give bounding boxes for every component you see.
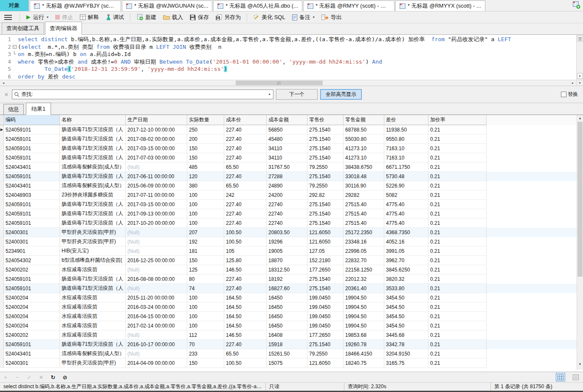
table-cell[interactable]: 100 — [187, 321, 224, 330]
table-cell[interactable]: 3204.9150 — [384, 349, 428, 358]
table-cell[interactable]: 0.21 — [428, 209, 487, 218]
table-cell[interactable]: 3454.50 — [384, 321, 428, 330]
tab-result1[interactable]: 结果1 — [26, 103, 51, 115]
table-cell[interactable]: 3962.70 — [384, 256, 428, 265]
fold-marker[interactable]: − — [11, 43, 18, 51]
table-cell[interactable]: 207 — [187, 228, 224, 237]
table-cell[interactable]: 水痘减毒活疫苗 — [60, 265, 126, 274]
table-cell[interactable]: 2017-03-15 00:00:00 — [126, 144, 187, 153]
table-cell[interactable]: 524059101 — [4, 153, 60, 162]
table-cell[interactable]: 80 — [187, 274, 224, 284]
save-as-button[interactable]: 另存为 — [213, 12, 243, 22]
tab-objects[interactable]: 对象 — [0, 0, 29, 11]
table-cell[interactable]: 肠道病毒71型灭活疫苗（人 — [60, 274, 126, 284]
table-cell[interactable]: 100 — [187, 209, 224, 218]
table-cell[interactable]: 79.2550 — [307, 349, 344, 358]
table-row[interactable]: 524059101肠道病毒71型灭活疫苗（人2017-09-13 00:00:0… — [0, 209, 583, 218]
table-cell[interactable]: 2014-04-09 00:00:00 — [126, 358, 187, 368]
table-row[interactable]: 52404890323价肺炎球菌多糖疫苗2017-07-11 00:00:001… — [0, 190, 583, 200]
table-cell[interactable]: 227.40 — [224, 209, 267, 218]
query-tab[interactable]: * 无标题 @RMYYX (scott) - ... — [395, 0, 485, 11]
table-cell[interactable]: 100 — [187, 312, 224, 321]
table-cell[interactable]: 524043401 — [4, 349, 60, 358]
table-cell[interactable]: 0.21 — [428, 340, 487, 349]
table-cell[interactable]: 150 — [187, 153, 224, 162]
table-cell[interactable]: 2017-08-02 00:00:00 — [126, 134, 187, 144]
table-cell[interactable]: 19904.50 — [344, 293, 384, 302]
add-record-icon[interactable]: ＋ — [3, 373, 8, 381]
editor-hscrollbar[interactable]: ◂ ▸ ▾ — [0, 80, 583, 86]
table-cell[interactable]: 肠道病毒71型灭活疫苗（人 — [60, 134, 126, 144]
table-cell[interactable]: 2017-02-14 00:00:00 — [126, 321, 187, 330]
table-cell[interactable]: 18466.4150 — [344, 349, 384, 358]
table-cell[interactable]: 192 — [187, 237, 224, 246]
table-cell[interactable]: 30116.90 — [344, 181, 384, 190]
table-cell[interactable]: 2017-12-10 00:00:00 — [126, 125, 187, 134]
column-header[interactable]: 差价 — [384, 115, 428, 125]
table-cell[interactable]: 0.21 — [428, 237, 487, 246]
table-cell[interactable]: 19904.50 — [344, 321, 384, 330]
table-cell[interactable]: 100.50 — [224, 228, 267, 237]
table-cell[interactable]: 227.40 — [224, 340, 267, 349]
table-cell[interactable]: 18192 — [267, 274, 307, 284]
table-cell[interactable]: 227.40 — [224, 153, 267, 162]
grid-vscrollbar[interactable]: ▲ ▼ — [577, 115, 583, 370]
table-row[interactable]: 524059101肠道病毒71型灭活疫苗（人2016-08-08 00:00:0… — [0, 274, 583, 284]
explain-button[interactable]: 解释 — [77, 12, 101, 22]
table-cell[interactable]: 524059101 — [4, 284, 60, 293]
table-cell[interactable]: 121.6050 — [307, 358, 344, 368]
table-cell[interactable]: 31767.50 — [267, 162, 307, 172]
table-cell[interactable]: 3820.32 — [384, 274, 428, 284]
table-row[interactable]: 5234901HIB(安儿宝)(Null)18110519005127.0522… — [0, 246, 583, 256]
table-cell[interactable]: 164.50 — [224, 321, 267, 330]
table-cell[interactable]: 100 — [187, 190, 224, 200]
table-cell[interactable]: 0.21 — [428, 256, 487, 265]
table-cell[interactable]: 22740 — [267, 218, 307, 228]
table-cell[interactable]: 125.80 — [224, 256, 267, 265]
table-cell[interactable]: 100 — [187, 293, 224, 302]
sql-line[interactable]: 4where 零售价>成本价 and 成本价!=0 AND 审核日期 Betwe… — [0, 58, 576, 66]
editor-scrollbar[interactable]: ▾ — [576, 35, 583, 80]
table-cell[interactable]: 23价肺炎球菌多糖疫苗 — [60, 190, 126, 200]
table-cell[interactable]: (Null) — [126, 284, 187, 293]
column-header[interactable]: 名称 — [60, 115, 126, 125]
table-row[interactable]: 524059101肠道病毒71型灭活疫苗（人2017-03-15 00:00:0… — [0, 144, 583, 153]
table-cell[interactable]: 3342.78 — [384, 340, 428, 349]
tab-info[interactable]: 信息 — [3, 104, 24, 115]
table-cell[interactable]: 4368.7350 — [384, 228, 428, 237]
table-cell[interactable]: 125 — [187, 265, 224, 274]
table-cell[interactable]: 3454.50 — [384, 293, 428, 302]
table-cell[interactable]: 524048903 — [4, 190, 60, 200]
table-cell[interactable]: 275.1540 — [307, 340, 344, 349]
table-cell[interactable]: 121.6050 — [307, 228, 344, 237]
save-button[interactable]: 保存 — [187, 12, 211, 22]
table-cell[interactable]: 2016-10-17 00:00:00 — [126, 340, 187, 349]
table-cell[interactable]: 0.21 — [428, 134, 487, 144]
table-cell[interactable]: 19260.78 — [344, 340, 384, 349]
find-input[interactable]: 查找: ▾ — [12, 90, 273, 99]
table-cell[interactable]: 24890 — [267, 181, 307, 190]
table-row[interactable]: 524059101肠道病毒71型灭活疫苗（人2017-03-15 00:00:0… — [0, 200, 583, 209]
table-cell[interactable]: 肠道病毒71型灭活疫苗（人 — [60, 172, 126, 181]
load-button[interactable]: 载入 — [161, 12, 186, 22]
table-cell[interactable]: 0.21 — [428, 181, 487, 190]
run-button[interactable]: 运行 ▾ — [23, 12, 51, 22]
table-cell[interactable]: 肠道病毒71型灭活疫苗（人 — [60, 153, 126, 162]
table-cell[interactable]: 0.21 — [428, 349, 487, 358]
table-cell[interactable]: 甲型肝炎灭活疫苗(甲肝) — [60, 228, 126, 237]
fold-marker[interactable]: └ — [11, 50, 18, 58]
table-cell[interactable]: 22832.70 — [344, 256, 384, 265]
table-cell[interactable]: 65.50 — [224, 181, 267, 190]
table-cell[interactable]: 18870 — [267, 256, 307, 265]
table-cell[interactable]: 22012.32 — [344, 274, 384, 284]
table-cell[interactable]: (Null) — [126, 330, 187, 340]
run-dropdown-icon[interactable]: ▾ — [47, 15, 48, 19]
table-row[interactable]: 52400204水痘减毒活疫苗2015-11-20 00:00:00100164… — [0, 293, 583, 302]
table-cell[interactable]: 199.0450 — [307, 293, 344, 302]
table-cell[interactable]: 524043401 — [4, 162, 60, 172]
table-cell[interactable]: 45480 — [267, 134, 307, 144]
table-row[interactable]: 52400202水痘减毒活疫苗(Null)125146.5018312.5017… — [0, 265, 583, 274]
comment-dropdown-icon[interactable]: ▾ — [313, 15, 315, 19]
table-cell[interactable]: 0.21 — [428, 172, 487, 181]
table-cell[interactable]: 52400204 — [4, 293, 60, 302]
